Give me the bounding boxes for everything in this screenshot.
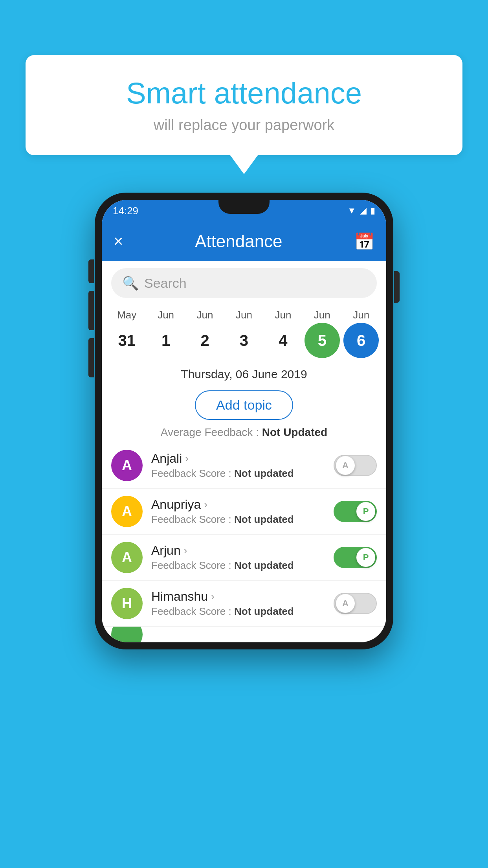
chevron-icon: ›: [204, 498, 207, 511]
phone-screen: 14:29 ▼ ◢ ▮ × Attendance 📅 🔍 Search: [102, 200, 386, 642]
month-jun4: Jun: [265, 309, 301, 321]
app-bar: × Attendance 📅: [102, 222, 386, 261]
status-time: 14:29: [113, 205, 138, 217]
date-3[interactable]: 3: [226, 323, 262, 358]
student-name-himanshu: Himanshu ›: [151, 589, 334, 604]
toggle-knob-himanshu: A: [336, 594, 355, 613]
volume-up-button: [88, 259, 94, 283]
student-info-arjun: Arjun › Feedback Score : Not updated: [151, 543, 334, 572]
bubble-title: Smart attendance: [49, 77, 439, 110]
avatar-arjun: A: [111, 542, 143, 573]
search-placeholder: Search: [144, 276, 187, 291]
volume-down-button: [88, 291, 94, 330]
date-5[interactable]: 5: [305, 323, 340, 358]
month-row: May Jun Jun Jun Jun Jun Jun: [107, 309, 381, 321]
avatar-anjali: A: [111, 450, 143, 481]
selected-date: Thursday, 06 June 2019: [102, 364, 386, 384]
student-item-arjun[interactable]: A Arjun › Feedback Score : Not updated P: [102, 535, 386, 581]
student-item-anupriya[interactable]: A Anupriya › Feedback Score : Not update…: [102, 489, 386, 535]
status-bar: 14:29 ▼ ◢ ▮: [102, 200, 386, 222]
student-item-himanshu[interactable]: H Himanshu › Feedback Score : Not update…: [102, 581, 386, 627]
student-item-anjali[interactable]: A Anjali › Feedback Score : Not updated …: [102, 443, 386, 489]
date-31[interactable]: 31: [109, 323, 145, 358]
student-info-himanshu: Himanshu › Feedback Score : Not updated: [151, 589, 334, 618]
student-name-anjali: Anjali ›: [151, 451, 334, 466]
toggle-knob-anjali: A: [336, 456, 355, 475]
date-row: 31 1 2 3 4 5 6: [107, 323, 381, 358]
date-1[interactable]: 1: [148, 323, 183, 358]
student-feedback-arjun: Feedback Score : Not updated: [151, 559, 334, 572]
toggle-knob-anupriya: P: [356, 502, 375, 521]
student-name-arjun: Arjun ›: [151, 543, 334, 558]
notch: [218, 200, 270, 214]
avatar-himanshu: H: [111, 588, 143, 619]
attendance-toggle-himanshu[interactable]: A: [334, 593, 377, 614]
avatar-partial: [111, 627, 143, 642]
chevron-icon: ›: [184, 544, 187, 557]
month-jun2: Jun: [187, 309, 223, 321]
phone-container: 14:29 ▼ ◢ ▮ × Attendance 📅 🔍 Search: [95, 193, 393, 649]
attendance-toggle-anupriya[interactable]: P: [334, 501, 377, 522]
student-item-partial[interactable]: [102, 627, 386, 642]
chevron-icon: ›: [211, 590, 215, 603]
speech-bubble-container: Smart attendance will replace your paper…: [26, 55, 462, 155]
signal-icon: ◢: [360, 206, 367, 216]
attendance-toggle-arjun[interactable]: P: [334, 547, 377, 568]
month-jun1: Jun: [148, 309, 183, 321]
search-icon: 🔍: [122, 275, 139, 291]
student-info-anupriya: Anupriya › Feedback Score : Not updated: [151, 497, 334, 526]
student-feedback-anjali: Feedback Score : Not updated: [151, 467, 334, 480]
attendance-toggle-anjali[interactable]: A: [334, 455, 377, 476]
avatar-anupriya: A: [111, 496, 143, 527]
month-jun3: Jun: [226, 309, 262, 321]
date-2[interactable]: 2: [187, 323, 223, 358]
add-topic-button[interactable]: Add topic: [195, 390, 293, 420]
month-jun6: Jun: [343, 309, 379, 321]
power-button: [394, 271, 400, 303]
battery-icon: ▮: [371, 206, 375, 216]
date-4[interactable]: 4: [265, 323, 301, 358]
status-icons: ▼ ◢ ▮: [347, 206, 375, 216]
speech-bubble: Smart attendance will replace your paper…: [26, 55, 462, 155]
phone-outer: 14:29 ▼ ◢ ▮ × Attendance 📅 🔍 Search: [95, 193, 393, 649]
avg-feedback: Average Feedback : Not Updated: [102, 426, 386, 439]
student-info-anjali: Anjali › Feedback Score : Not updated: [151, 451, 334, 480]
student-feedback-himanshu: Feedback Score : Not updated: [151, 605, 334, 618]
toggle-knob-arjun: P: [356, 548, 375, 567]
close-icon[interactable]: ×: [114, 232, 123, 251]
student-feedback-anupriya: Feedback Score : Not updated: [151, 513, 334, 526]
avg-feedback-value: Not Updated: [262, 426, 327, 438]
silent-button: [88, 338, 94, 377]
calendar-strip: May Jun Jun Jun Jun Jun Jun 31 1 2 3 4 5…: [102, 305, 386, 358]
calendar-icon[interactable]: 📅: [354, 232, 374, 251]
date-6[interactable]: 6: [343, 323, 379, 358]
wifi-icon: ▼: [347, 206, 356, 216]
student-list: A Anjali › Feedback Score : Not updated …: [102, 443, 386, 642]
student-name-anupriya: Anupriya ›: [151, 497, 334, 512]
chevron-icon: ›: [185, 452, 189, 465]
app-bar-title: Attendance: [195, 232, 283, 251]
month-jun5: Jun: [305, 309, 340, 321]
avg-feedback-label: Average Feedback :: [161, 426, 262, 438]
search-bar[interactable]: 🔍 Search: [111, 268, 377, 298]
bubble-subtitle: will replace your paperwork: [49, 117, 439, 134]
month-may: May: [109, 309, 145, 321]
